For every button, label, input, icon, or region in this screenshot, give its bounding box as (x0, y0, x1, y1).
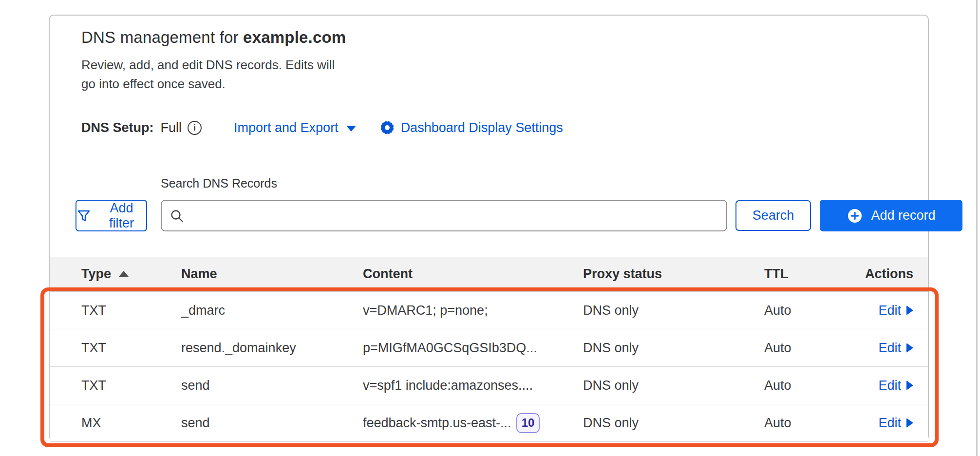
cell-proxy-status: DNS only (583, 303, 764, 318)
dns-management-card: DNS management for example.com Review, a… (49, 15, 929, 441)
table-header-row: Type Name Content Proxy status TTL Actio… (50, 257, 928, 292)
add-record-button[interactable]: Add record (820, 200, 962, 231)
table-row: MX send feedback-smtp.us-east-...10 DNS … (50, 404, 928, 442)
cell-type: TXT (50, 341, 181, 356)
header-proxy-status: Proxy status (583, 266, 764, 282)
header-type[interactable]: Type (50, 266, 181, 282)
cell-proxy-status: DNS only (583, 378, 764, 393)
right-edge-divider (976, 0, 978, 456)
cell-content: v=spf1 include:amazonses.... (363, 378, 583, 393)
cell-proxy-status: DNS only (583, 416, 764, 431)
edit-record-link[interactable]: Edit (878, 416, 913, 431)
edit-record-link[interactable]: Edit (878, 303, 913, 318)
table-row: TXT send v=spf1 include:amazonses.... DN… (50, 367, 928, 404)
search-input[interactable] (190, 208, 718, 223)
cell-name: send (181, 378, 363, 393)
chevron-right-icon (906, 343, 913, 353)
chevron-right-icon (906, 380, 913, 390)
cell-name: _dmarc (181, 303, 363, 318)
add-filter-label: Add filter (97, 201, 146, 231)
cell-type: TXT (50, 378, 181, 393)
edit-record-link[interactable]: Edit (878, 378, 913, 393)
dns-records-table: Type Name Content Proxy status TTL Actio… (50, 257, 928, 442)
cell-ttl: Auto (764, 416, 848, 431)
search-input-wrap (161, 200, 727, 231)
table-row: TXT resend._domainkey p=MIGfMA0GCSqGSIb3… (50, 329, 928, 367)
cell-ttl: Auto (764, 341, 848, 356)
cell-ttl: Auto (764, 378, 848, 393)
cell-proxy-status: DNS only (583, 341, 764, 356)
search-records-label: Search DNS Records (161, 176, 277, 190)
cell-ttl: Auto (764, 303, 848, 318)
search-icon (170, 209, 184, 223)
header-name: Name (181, 266, 363, 282)
cell-content: v=DMARC1; p=none; (363, 303, 583, 318)
search-button[interactable]: Search (735, 200, 811, 231)
header-content: Content (363, 266, 583, 282)
cell-name: send (181, 416, 363, 431)
funnel-icon (76, 209, 91, 223)
add-filter-button[interactable]: Add filter (75, 200, 147, 231)
mx-priority-badge: 10 (516, 413, 540, 433)
chevron-right-icon (906, 418, 913, 428)
chevron-right-icon (906, 305, 913, 315)
cell-type: TXT (50, 303, 181, 318)
sort-ascending-icon[interactable] (119, 271, 129, 277)
plus-circle-icon (847, 208, 863, 224)
header-ttl: TTL (764, 266, 848, 282)
cell-name: resend._domainkey (181, 341, 363, 356)
header-actions: Actions (848, 266, 928, 282)
edit-record-link[interactable]: Edit (878, 341, 913, 356)
cell-content: p=MIGfMA0GCSqGSIb3DQ... (363, 341, 583, 356)
table-row: TXT _dmarc v=DMARC1; p=none; DNS only Au… (50, 292, 928, 329)
cell-type: MX (50, 416, 181, 431)
cell-content: feedback-smtp.us-east-... (363, 416, 511, 431)
add-record-label: Add record (871, 208, 935, 223)
